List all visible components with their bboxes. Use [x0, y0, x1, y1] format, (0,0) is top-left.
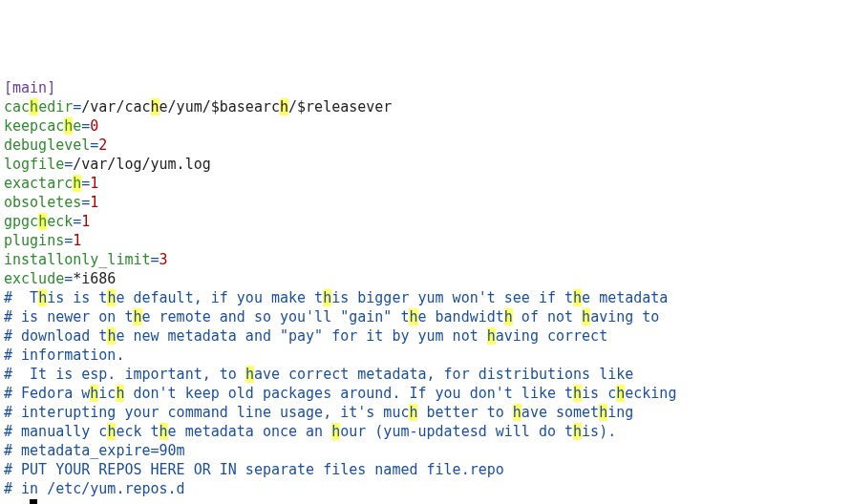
editor-line: # It is esp. important, to have correct …: [4, 365, 847, 384]
editor-line: exactarch=1: [4, 174, 847, 193]
editor-line: installonly_limit=3: [4, 250, 847, 269]
editor-line: logfile=/var/log/yum.log: [4, 155, 847, 174]
editor-line: # interupting your command line usage, i…: [4, 403, 847, 422]
vim-editor[interactable]: [main]cachedir=/var/cache/yum/$basearch/…: [4, 78, 847, 504]
editor-line: debuglevel=2: [4, 136, 847, 155]
editor-line: # This is the default, if you make this …: [4, 288, 847, 307]
cursor: [30, 499, 37, 505]
editor-line: # download the new metadata and "pay" fo…: [4, 326, 847, 346]
editor-line: :wq: [4, 498, 847, 504]
editor-line: keepcache=0: [4, 116, 847, 136]
editor-line: # PUT YOUR REPOS HERE OR IN separate fil…: [4, 460, 847, 479]
editor-line: # in /etc/yum.repos.d: [4, 479, 847, 498]
editor-line: [main]: [4, 78, 847, 97]
editor-line: obsoletes=1: [4, 193, 847, 212]
editor-line: cachedir=/var/cache/yum/$basearch/$relea…: [4, 97, 847, 116]
editor-line: # manually check the metadata once an ho…: [4, 422, 847, 441]
editor-line: gpgcheck=1: [4, 212, 847, 231]
editor-line: # metadata_expire=90m: [4, 441, 847, 460]
editor-line: # Fedora which don't keep old packages a…: [4, 384, 847, 403]
editor-line: plugins=1: [4, 231, 847, 250]
editor-line: exclude=*i686: [4, 269, 847, 288]
editor-line: # is newer on the remote and so you'll "…: [4, 307, 847, 326]
editor-line: # information.: [4, 346, 847, 365]
